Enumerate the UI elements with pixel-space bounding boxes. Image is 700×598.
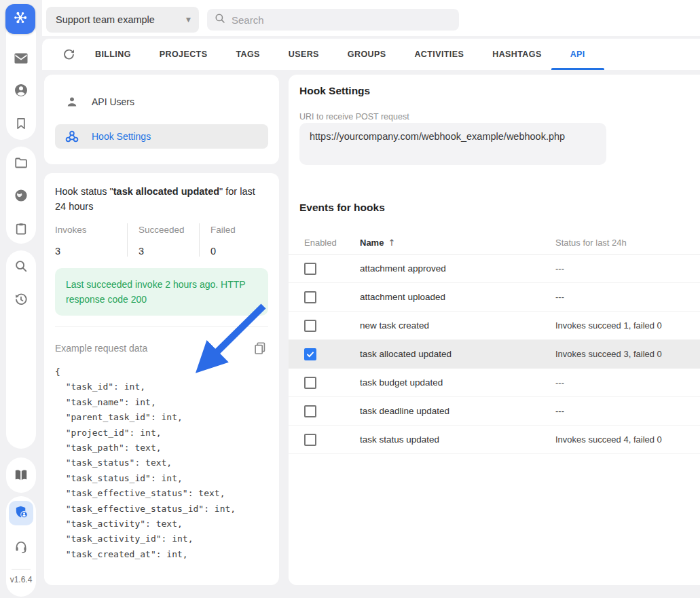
global-search[interactable] [207,9,459,31]
hook-status-card: Hook status "task allocated updated" for… [44,173,279,585]
nav-item-label: Hook Settings [92,131,151,142]
topbar: Support team example ▼ [42,0,700,36]
code-line: "task_path": text, [55,443,268,457]
event-checkbox[interactable] [304,320,316,332]
tab-api[interactable]: API [560,39,595,70]
tab-users[interactable]: USERS [278,39,329,70]
search-input[interactable] [232,14,452,26]
tab-groups[interactable]: GROUPS [337,39,397,70]
hook-name: task allocated updated [113,186,219,197]
code-line: "task_created_at": int, [55,549,268,564]
code-line: "task_activity": text, [55,519,268,534]
support-headset-icon[interactable] [14,540,29,555]
api-nav-card: API Users Hook Settings [44,75,279,164]
hook-settings-panel: Hook Settings URI to receive POST reques… [289,75,700,585]
event-row[interactable]: task deadline updated --- [289,397,700,426]
app-logo[interactable] [5,4,35,34]
code-line: "task_effective_status_id": int, [55,504,268,519]
event-row[interactable]: task status updated Invokes succeed 4, f… [289,426,700,454]
event-status: Invokes succeed 3, failed 0 [555,349,700,359]
event-checkbox[interactable] [304,434,316,446]
code-line: { [55,367,268,381]
event-checkbox[interactable] [304,377,316,389]
event-name: task budget updated [360,377,555,388]
search-side-icon[interactable] [14,259,29,274]
event-status: --- [555,292,700,302]
event-name: task allocated updated [360,349,555,359]
event-status: --- [555,377,700,388]
sort-up-icon: ↑ [388,238,395,248]
code-line: "project_id": int, [55,428,268,443]
hook-status-title: Hook status "task allocated updated" for… [55,184,263,214]
event-row[interactable]: attachment approved --- [289,255,700,283]
account-icon[interactable] [13,82,29,98]
code-line: "task_name": int, [55,397,268,412]
event-checkbox[interactable] [304,348,316,360]
code-line: "task_status_id": int, [55,473,268,488]
tab-activities[interactable]: ACTIVITIES [404,39,474,70]
knowledge-base-icon[interactable] [13,467,29,483]
globe-icon[interactable] [14,188,29,203]
col-name[interactable]: Name↑ [360,238,555,248]
uri-label: URI to receive POST request [299,112,409,122]
panel-title: Hook Settings [299,85,370,97]
rail-group-tools [6,250,36,449]
history-icon[interactable] [14,292,29,307]
code-line: "task_activity_id": int, [55,534,268,548]
admin-security-item[interactable] [9,501,33,525]
event-status: --- [555,406,700,416]
event-status: Invokes succeed 1, failed 0 [555,320,700,331]
event-row[interactable]: task allocated updated Invokes succeed 3… [289,340,700,369]
code-line: "task_id": int, [55,381,268,396]
events-table-header: Enabled Name↑ Status for last 24h [289,231,700,255]
example-request-code: { "task_id": int, "task_name": int, "par… [55,367,268,564]
tab-billing[interactable]: BILLING [85,39,141,70]
copy-icon[interactable] [252,340,268,356]
folder-icon[interactable] [14,155,29,170]
event-name: attachment uploaded [360,292,555,302]
event-status: --- [555,263,700,274]
event-status: Invokes succeed 4, failed 0 [555,434,700,445]
nav-item-api-users[interactable]: API Users [55,90,268,114]
event-row[interactable]: task budget updated --- [289,369,700,397]
uri-input[interactable]: https://yourcompany.com/webhook_example/… [299,123,606,165]
code-line: "parent_task_id": int, [55,412,268,427]
clipboard-icon[interactable] [14,222,29,236]
stat-invokes: Invokes 3 [55,223,127,257]
stat-failed: Failed 0 [199,223,268,257]
success-alert: Last succeeded invoke 2 hours ago. HTTP … [55,268,268,316]
shield-user-icon [14,504,29,523]
nav-item-hook-settings[interactable]: Hook Settings [55,124,268,149]
event-name: attachment approved [360,263,555,274]
events-table: Enabled Name↑ Status for last 24h attach… [289,231,700,454]
event-name: task status updated [360,434,555,445]
example-request-label: Example request data [55,343,147,354]
user-icon [65,94,79,109]
section-divider [55,326,268,327]
tab-tags[interactable]: TAGS [225,39,270,70]
event-checkbox[interactable] [304,291,316,303]
sidebar-rail: v1.6.4 [0,0,42,598]
event-row[interactable]: new task created Invokes succeed 1, fail… [289,312,700,340]
version-label: v1.6.4 [0,575,42,584]
webhook-icon [65,129,79,144]
tab-hashtags[interactable]: HASHTAGS [482,39,551,70]
stat-succeeded: Succeeded 3 [127,223,199,257]
hook-stats: Invokes 3 Succeeded 3 Failed 0 [55,223,268,257]
workspace-selector[interactable]: Support team example ▼ [46,7,199,33]
chevron-down-icon: ▼ [186,16,191,23]
code-line: "task_status": text, [55,457,268,472]
refresh-button[interactable] [60,46,77,62]
event-checkbox[interactable] [304,405,316,417]
event-checkbox[interactable] [304,263,316,275]
app-logo-icon [12,9,29,29]
bookmark-icon[interactable] [14,117,29,131]
tabbar: BILLING PROJECTS TAGS USERS GROUPS ACTIV… [42,39,700,70]
event-row[interactable]: attachment uploaded --- [289,283,700,312]
col-enabled: Enabled [304,238,360,248]
code-line: "task_effective_status": text, [55,488,268,503]
mail-icon[interactable] [13,50,29,67]
rail-divider [12,569,31,569]
tab-projects[interactable]: PROJECTS [149,39,218,70]
col-status: Status for last 24h [555,238,700,248]
